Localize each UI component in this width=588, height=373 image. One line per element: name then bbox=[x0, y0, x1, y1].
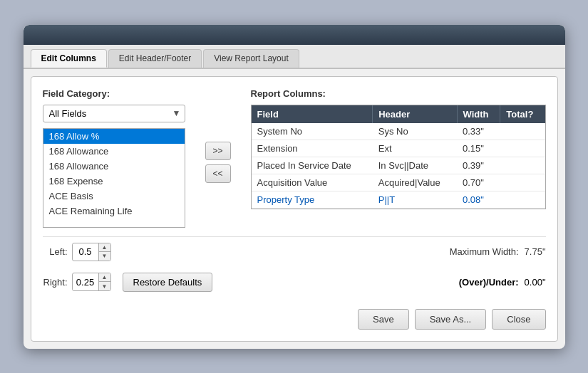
left-margin-up[interactable]: ▲ bbox=[99, 243, 110, 252]
over-under-section: (Over)/Under: 0.00" bbox=[459, 277, 546, 288]
right-panel: Report Columns: Field Header Width Total… bbox=[251, 88, 546, 228]
cell-total bbox=[500, 140, 545, 157]
list-item[interactable]: ACE Basis bbox=[43, 189, 185, 204]
left-margin-down[interactable]: ▼ bbox=[99, 252, 110, 261]
col-header-header: Header bbox=[373, 105, 457, 123]
report-columns-table: Field Header Width Total? System No Sys … bbox=[252, 105, 545, 209]
over-under-label: (Over)/Under: bbox=[459, 277, 519, 288]
cell-width: 0.39" bbox=[457, 157, 500, 174]
max-width-value: 7.75" bbox=[525, 246, 546, 257]
cell-width: 0.33" bbox=[457, 123, 500, 140]
dropdown-wrapper: All Fields ▼ bbox=[43, 105, 185, 122]
right-margin-label: Right: bbox=[43, 277, 68, 288]
col-header-total: Total? bbox=[500, 105, 545, 123]
left-panel: Field Category: All Fields ▼ 168 Allow %… bbox=[43, 88, 185, 228]
right-margin-arrows: ▲ ▼ bbox=[98, 273, 110, 290]
cell-field: Acquisition Value bbox=[252, 174, 373, 191]
table-row[interactable]: System No Sys No 0.33" bbox=[252, 123, 545, 140]
over-under-value: 0.00" bbox=[525, 277, 546, 288]
right-margin-input[interactable] bbox=[73, 275, 98, 290]
left-margin-arrows: ▲ ▼ bbox=[98, 243, 110, 261]
tab-edit-columns[interactable]: Edit Columns bbox=[31, 49, 107, 68]
cell-field: Extension bbox=[252, 140, 373, 157]
save-as-button[interactable]: Save As... bbox=[415, 309, 487, 330]
cell-total bbox=[500, 157, 545, 174]
cell-header: Sys No bbox=[373, 123, 457, 140]
list-item[interactable]: 168 Allowance bbox=[43, 159, 185, 174]
cell-total bbox=[500, 174, 545, 191]
cell-header: P||T bbox=[373, 191, 457, 208]
cell-width: 0.08" bbox=[457, 191, 500, 208]
cell-total bbox=[500, 123, 545, 140]
list-item[interactable]: ACE Remaining Life bbox=[43, 204, 185, 219]
right-margin-group: Right: ▲ ▼ bbox=[43, 273, 111, 291]
cell-header: In Svc||Date bbox=[373, 157, 457, 174]
cell-width: 0.15" bbox=[457, 140, 500, 157]
field-list[interactable]: 168 Allow % 168 Allowance 168 Allowance … bbox=[43, 128, 185, 228]
cell-field: Placed In Service Date bbox=[252, 157, 373, 174]
col-header-width: Width bbox=[457, 105, 500, 123]
tab-view-report-layout[interactable]: View Report Layout bbox=[203, 49, 299, 68]
save-button[interactable]: Save bbox=[358, 309, 409, 330]
col-header-field: Field bbox=[252, 105, 373, 123]
right-margin-spinbox[interactable]: ▲ ▼ bbox=[72, 273, 111, 291]
table-row[interactable]: Property Type P||T 0.08" bbox=[252, 191, 545, 208]
right-margin-up[interactable]: ▲ bbox=[99, 273, 110, 282]
main-dialog: Edit Columns Edit Header/Footer View Rep… bbox=[24, 25, 565, 349]
cell-header: Ext bbox=[373, 140, 457, 157]
main-content: Field Category: All Fields ▼ 168 Allow %… bbox=[43, 88, 546, 228]
list-item[interactable]: 168 Allowance bbox=[43, 144, 185, 159]
restore-defaults-button[interactable]: Restore Defaults bbox=[123, 273, 213, 292]
title-bar bbox=[24, 25, 565, 45]
report-columns-table-wrapper: Field Header Width Total? System No Sys … bbox=[251, 105, 546, 209]
left-margin-input[interactable] bbox=[73, 244, 98, 259]
right-margin-down[interactable]: ▼ bbox=[99, 282, 110, 290]
tabs-bar: Edit Columns Edit Header/Footer View Rep… bbox=[24, 45, 565, 69]
table-row[interactable]: Extension Ext 0.15" bbox=[252, 140, 545, 157]
footer-buttons: Save Save As... Close bbox=[43, 303, 546, 330]
margin-controls-row2: Right: ▲ ▼ Restore Defaults (Over)/Under… bbox=[43, 270, 546, 295]
table-row[interactable]: Acquisition Value Acquired|Value 0.70" bbox=[252, 174, 545, 191]
field-category-label: Field Category: bbox=[43, 88, 185, 99]
report-columns-label: Report Columns: bbox=[251, 88, 546, 99]
list-item[interactable]: 168 Allow % bbox=[43, 129, 185, 144]
cell-header: Acquired|Value bbox=[373, 174, 457, 191]
margin-controls-row: Left: ▲ ▼ Maximum Width: 7.75" bbox=[43, 236, 546, 267]
cell-field: Property Type bbox=[252, 191, 373, 208]
left-margin-group: Left: ▲ ▼ bbox=[43, 243, 111, 261]
cell-total bbox=[500, 191, 545, 208]
cell-field: System No bbox=[252, 123, 373, 140]
table-row[interactable]: Placed In Service Date In Svc||Date 0.39… bbox=[252, 157, 545, 174]
field-category-dropdown[interactable]: All Fields bbox=[43, 105, 185, 122]
cell-width: 0.70" bbox=[457, 174, 500, 191]
dialog-body: Field Category: All Fields ▼ 168 Allow %… bbox=[31, 76, 558, 342]
tab-edit-header-footer[interactable]: Edit Header/Footer bbox=[108, 49, 202, 68]
list-item[interactable]: 168 Expense bbox=[43, 174, 185, 189]
max-width-label: Maximum Width: bbox=[450, 246, 519, 257]
max-width-section: Maximum Width: 7.75" bbox=[450, 246, 546, 257]
left-margin-spinbox[interactable]: ▲ ▼ bbox=[72, 243, 111, 261]
remove-field-button[interactable]: << bbox=[205, 164, 231, 183]
add-field-button[interactable]: >> bbox=[205, 142, 231, 160]
close-button[interactable]: Close bbox=[492, 309, 545, 330]
left-margin-label: Left: bbox=[43, 246, 68, 257]
middle-arrow-section: >> << bbox=[200, 88, 237, 228]
